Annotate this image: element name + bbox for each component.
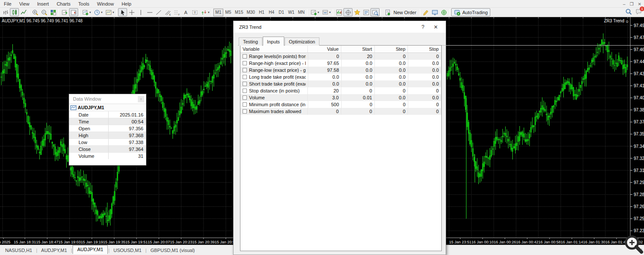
chevron-down-icon[interactable]: ▾ [112,11,114,14]
dialog-title-bar[interactable]: ZR3 Trend ? ✕ [234,21,446,33]
options-icon[interactable] [431,8,440,16]
parameter-start-cell[interactable]: 0.0 [342,80,375,87]
parameter-checkbox[interactable] [243,89,247,93]
parameter-stop-cell[interactable]: 0 [408,87,441,94]
search-icon[interactable] [625,8,632,17]
parameter-value-cell[interactable]: 500 [308,101,342,108]
market-watch-icon[interactable] [334,8,343,16]
autoscroll-icon[interactable] [60,8,69,16]
column-header-variable[interactable]: Variable [240,46,308,52]
parameter-stop-cell[interactable]: 0 [408,53,442,60]
parameter-step-cell[interactable]: 0.0 [375,80,408,87]
notification-icon[interactable]: 1 [635,8,642,17]
parameter-start-cell[interactable]: 0 [341,87,375,94]
arrows-icon[interactable]: ▾ [199,8,211,16]
timeframe-m15-button[interactable]: M15 [233,9,245,16]
line-chart-icon[interactable] [19,8,28,16]
parameter-stop-cell[interactable]: 0.0 [408,60,442,67]
minimize-icon[interactable]: – [623,2,626,6]
timeframe-mn-button[interactable]: MN [296,9,307,16]
parameter-start-cell[interactable]: 0.0 [342,67,375,74]
menu-item-file[interactable]: File [0,1,15,7]
text-icon[interactable]: A [181,8,190,16]
parameter-step-cell[interactable]: 0.0 [375,67,408,74]
parameter-value-cell[interactable]: 0.0 [308,80,342,87]
timeframe-h4-button[interactable]: H4 [267,9,276,16]
cursor-icon[interactable] [118,8,127,16]
expert-properties-dialog[interactable]: ZR3 Trend ? ✕ TestingInputsOptimization … [233,21,446,255]
parameter-start-cell[interactable]: 20 [342,53,375,60]
restore-icon[interactable]: ❐ [630,2,634,6]
chart-shift-icon[interactable] [69,8,78,16]
chart-tab-nasusd-h1[interactable]: NASUSD,H1 [2,247,36,254]
parameter-checkbox[interactable] [243,68,247,72]
hosting-icon[interactable] [440,8,449,16]
zoom-out-icon[interactable] [39,8,49,16]
timeframe-m5-button[interactable]: M5 [223,9,233,16]
parameter-checkbox[interactable] [243,95,247,100]
window-controls[interactable]: –❐✕ [623,0,641,8]
parameter-start-cell[interactable]: 0.0 [342,74,375,80]
chevron-down-icon[interactable]: ▾ [318,11,319,14]
column-header-value[interactable]: Value [308,46,341,52]
chevron-down-icon[interactable]: ▾ [208,11,210,14]
parameter-value-cell[interactable]: 0 [308,53,342,60]
parameter-value-cell[interactable]: 97.58 [308,67,342,74]
fibonacci-icon[interactable]: F [172,8,181,16]
timeframe-m30-button[interactable]: M30 [245,9,256,16]
chevron-down-icon[interactable]: ▾ [329,11,331,14]
data-window-panel[interactable]: Data Window x AUDJPY,M1 Date2025.01.16Ti… [69,94,146,166]
parameter-stop-cell[interactable]: 0 [408,101,442,108]
dialog-close-button[interactable]: ✕ [429,24,442,30]
parameter-stop-cell[interactable]: 0 [408,108,441,115]
parameter-step-cell[interactable]: 0 [375,101,408,108]
new-chart-icon[interactable]: ▾ [309,8,320,16]
parameter-value-cell[interactable]: 20 [308,87,341,94]
horizontal-line-icon[interactable] [145,8,154,16]
chevron-down-icon[interactable]: ▾ [101,11,103,14]
data-window-icon[interactable] [343,8,352,16]
chart-tab-gbpusd-m1-visual-[interactable]: GBPUSD,M1 (visual) [147,247,198,254]
templates-icon[interactable]: ▾ [104,8,115,16]
vertical-line-icon[interactable] [136,8,145,16]
parameter-stop-cell[interactable]: 0.0 [408,67,442,74]
parameter-checkbox[interactable] [243,75,247,79]
parameter-start-cell[interactable]: 0 [342,101,375,108]
parameter-step-cell[interactable]: 0 [375,87,408,94]
column-header-start[interactable]: Start [341,46,375,52]
dialog-help-button[interactable]: ? [416,24,429,30]
column-header-step[interactable]: Step [375,46,408,52]
column-header-stop[interactable]: Stop [408,46,441,52]
zoom-in-icon[interactable] [30,8,39,16]
timeframe-d1-button[interactable]: D1 [276,9,286,16]
timeframe-w1-button[interactable]: W1 [286,9,296,16]
chevron-down-icon[interactable]: ▾ [89,11,91,14]
menu-item-help[interactable]: Help [118,1,135,7]
metaeditor-icon[interactable] [422,8,431,16]
chart-tab-usousd-m1[interactable]: USOUSD,M1 [110,247,145,254]
profiles-icon[interactable]: ▾ [320,8,332,16]
parameter-step-cell[interactable]: 0.0 [375,94,408,101]
tile-windows-icon[interactable] [49,8,58,16]
parameter-checkbox[interactable] [243,61,247,65]
menu-item-charts[interactable]: Charts [53,1,74,7]
parameter-stop-cell[interactable]: 0.0 [408,74,442,80]
parameter-checkbox[interactable] [243,109,247,114]
parameter-step-cell[interactable]: 0.0 [375,74,408,80]
channel-icon[interactable]: E [163,8,172,16]
menu-item-insert[interactable]: Insert [33,1,53,7]
ea-smiley-icon[interactable]: ☺ [625,19,629,24]
timeframe-h1-button[interactable]: H1 [257,9,267,16]
parameter-stop-cell[interactable]: 0.0 [408,80,442,87]
new-order-button[interactable]: New Order [382,8,419,16]
parameter-stop-cell[interactable]: 0.0 [408,94,441,101]
new-indicator-icon[interactable]: ▾ [81,8,92,16]
text-label-icon[interactable]: T [190,8,199,16]
parameter-value-cell[interactable]: 97.65 [308,60,342,67]
menu-item-view[interactable]: View [15,1,33,7]
terminal-icon[interactable] [361,8,371,16]
parameter-value-cell[interactable]: 0 [308,108,341,115]
tab-scroll-right-icon[interactable]: › [641,247,642,252]
chart-tab-audjpy-m1[interactable]: AUDJPY,M1 [73,245,108,254]
tab-inputs[interactable]: Inputs [263,37,284,46]
